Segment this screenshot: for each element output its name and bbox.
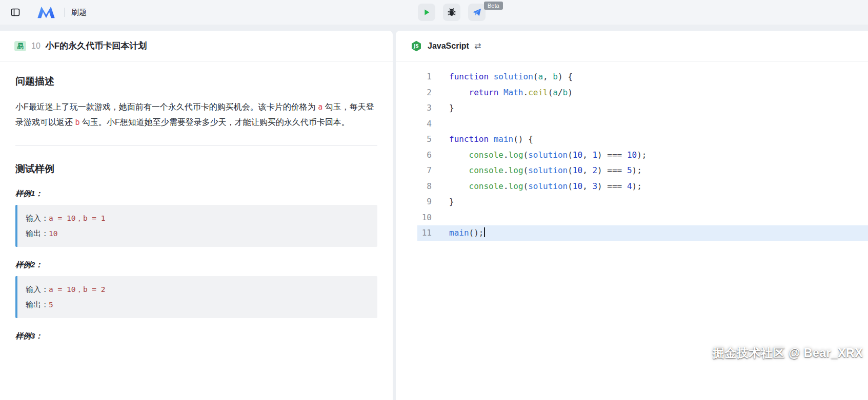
code-token: [622, 165, 627, 175]
code-token: console: [469, 181, 503, 191]
language-switch-button[interactable]: ⇄: [474, 41, 481, 51]
play-icon: [422, 8, 431, 17]
code-line[interactable]: 3}: [417, 100, 868, 116]
submit-button[interactable]: [468, 4, 486, 21]
code-token: {: [568, 72, 573, 81]
code-token: .: [523, 88, 529, 97]
code-line[interactable]: 6 console.log(solution(10, 1) === 10);: [417, 148, 868, 163]
code-token: ===: [607, 181, 622, 191]
line-number: 2: [417, 85, 432, 101]
code-line[interactable]: 2 return Math.ceil(a/b): [417, 85, 868, 101]
code-token: );: [632, 165, 642, 175]
code-token: );: [632, 181, 642, 191]
code-token: [588, 150, 593, 160]
code-token: ===: [607, 150, 622, 160]
code-token: main: [449, 228, 469, 238]
example-value: a = 10，b = 2: [49, 285, 106, 293]
code-token: ,: [543, 72, 548, 81]
problem-description: 小F最近迷上了玩一款游戏，她面前有一个永久代币卡的购买机会。该卡片的价格为 a …: [15, 99, 377, 130]
code-token: /: [558, 88, 563, 97]
code-token: log: [509, 150, 523, 160]
code-line[interactable]: 8 console.log(solution(10, 3) === 4);: [417, 179, 868, 195]
code-token: solution: [528, 165, 568, 175]
code-token: [498, 88, 503, 97]
code-token: [602, 181, 608, 191]
topbar: 刷题: [0, 0, 868, 25]
code-token: 3: [592, 181, 597, 191]
code-line[interactable]: 5function main() {: [417, 132, 868, 148]
problem-title: 小F的永久代币卡回本计划: [46, 40, 147, 52]
code-token: function: [449, 72, 489, 81]
sidebar-toggle-button[interactable]: [7, 4, 24, 20]
code-line[interactable]: 1function solution(a, b) {: [417, 69, 868, 85]
code-line[interactable]: 10: [417, 210, 868, 226]
code-token: b: [553, 72, 558, 81]
code-token: console: [469, 150, 503, 160]
example-label: 样例2：: [15, 260, 377, 270]
code-token: 10: [627, 150, 637, 160]
code-line[interactable]: 9}: [417, 194, 868, 210]
problem-body[interactable]: 问题描述 小F最近迷上了玩一款游戏，她面前有一个永久代币卡的购买机会。该卡片的价…: [0, 61, 393, 400]
app-title: 刷题: [71, 8, 87, 17]
section-divider: [15, 145, 377, 146]
code-line-text: main();: [449, 225, 485, 241]
code-line-text: function main() {: [449, 132, 533, 148]
language-label: JavaScript: [428, 41, 469, 51]
line-number: 7: [417, 163, 432, 179]
code-token: 10: [573, 150, 582, 160]
code-token: [563, 72, 568, 81]
code-token: return: [469, 88, 499, 97]
code-token: 1: [592, 150, 597, 160]
line-number: 3: [417, 100, 432, 116]
paper-plane-icon: [472, 7, 482, 17]
example-row-label: 输出：: [26, 300, 49, 309]
code-token: (): [513, 134, 523, 144]
problem-number: 10: [31, 41, 41, 51]
code-token: [449, 165, 469, 175]
code-token: main: [494, 134, 514, 144]
code-token: [449, 88, 469, 97]
watermark: 掘金技术社区 @ Bear_XRX: [713, 345, 863, 361]
code-token: }: [449, 103, 454, 113]
line-number: 11: [417, 225, 432, 241]
example-row: 输入：a = 10，b = 1: [26, 210, 369, 226]
examples-heading: 测试样例: [15, 162, 377, 176]
code-line-text: console.log(solution(10, 1) === 10);: [449, 148, 647, 163]
code-token: (: [568, 181, 573, 191]
code-token: 5: [627, 165, 632, 175]
code-token: ): [568, 88, 573, 97]
beta-badge: Beta: [484, 2, 503, 10]
example-value: 10: [49, 229, 57, 238]
code-token: (: [523, 150, 529, 160]
line-number: 8: [417, 179, 432, 195]
debug-button[interactable]: [443, 4, 460, 21]
line-number: 10: [417, 210, 432, 226]
code-editor[interactable]: 1function solution(a, b) {2 return Math.…: [396, 61, 868, 241]
code-token: (: [568, 150, 573, 160]
code-token: .: [503, 165, 509, 175]
code-token: [602, 150, 608, 160]
code-token: console: [469, 165, 503, 175]
code-line[interactable]: 11main();: [417, 225, 868, 241]
example-row-label: 输入：: [26, 285, 49, 293]
code-token: [489, 134, 494, 144]
code-line[interactable]: 7 console.log(solution(10, 2) === 5);: [417, 163, 868, 179]
description-text: 勾玉。小F想知道她至少需要登录多少天，才能让购买的永久代币卡回本。: [79, 118, 349, 127]
run-button[interactable]: [418, 4, 435, 21]
code-line[interactable]: 4: [417, 116, 868, 132]
code-token: 10: [573, 165, 582, 175]
code-token: .: [503, 150, 509, 160]
line-number: 5: [417, 132, 432, 148]
description-text: 小F最近迷上了玩一款游戏，她面前有一个永久代币卡的购买机会。该卡片的价格为: [15, 102, 318, 111]
inline-code: a: [318, 102, 322, 112]
example-row-label: 输出：: [26, 229, 49, 238]
code-token: {: [528, 134, 533, 144]
marscode-logo[interactable]: [36, 6, 56, 19]
code-token: (: [533, 72, 538, 81]
code-token: 4: [627, 181, 632, 191]
code-token: ();: [469, 228, 484, 238]
code-token: .: [503, 181, 509, 191]
svg-text:JS: JS: [413, 44, 418, 49]
problem-panel: 易 10 小F的永久代币卡回本计划 问题描述 小F最近迷上了玩一款游戏，她面前有…: [0, 31, 393, 400]
code-token: );: [637, 150, 647, 160]
